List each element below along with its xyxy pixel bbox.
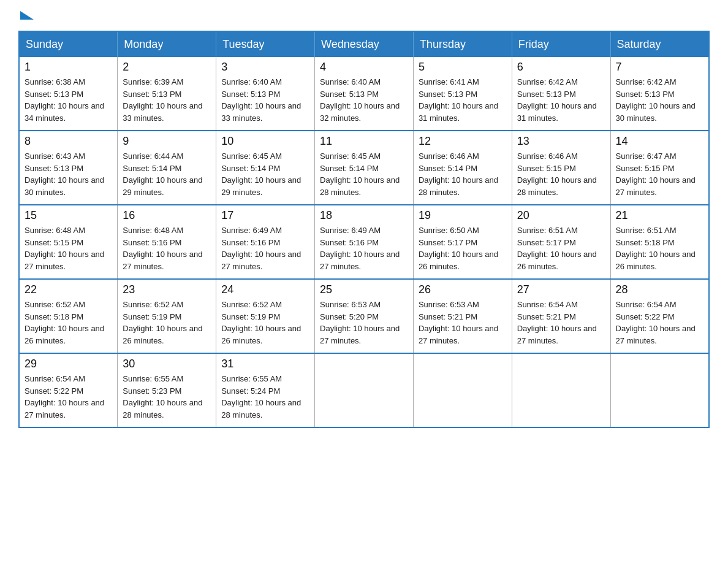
day-info: Sunrise: 6:42 AMSunset: 5:13 PMDaylight:… — [616, 76, 703, 124]
calendar-cell: 10Sunrise: 6:45 AMSunset: 5:14 PMDayligh… — [216, 131, 315, 205]
day-info: Sunrise: 6:52 AMSunset: 5:19 PMDaylight:… — [221, 299, 309, 347]
day-number: 10 — [221, 135, 309, 148]
day-info: Sunrise: 6:45 AMSunset: 5:14 PMDaylight:… — [320, 150, 408, 198]
day-number: 14 — [616, 135, 703, 148]
calendar-week-row: 22Sunrise: 6:52 AMSunset: 5:18 PMDayligh… — [19, 279, 709, 353]
calendar-header-sunday: Sunday — [19, 31, 118, 57]
calendar-header-row: SundayMondayTuesdayWednesdayThursdayFrid… — [19, 31, 709, 57]
logo — [18, 12, 34, 18]
calendar-table: SundayMondayTuesdayWednesdayThursdayFrid… — [18, 31, 710, 428]
day-number: 15 — [25, 209, 112, 222]
day-info: Sunrise: 6:47 AMSunset: 5:15 PMDaylight:… — [616, 150, 703, 198]
day-info: Sunrise: 6:48 AMSunset: 5:15 PMDaylight:… — [25, 224, 112, 272]
day-info: Sunrise: 6:54 AMSunset: 5:22 PMDaylight:… — [616, 299, 703, 347]
day-number: 5 — [419, 61, 507, 74]
day-number: 30 — [123, 358, 211, 370]
day-info: Sunrise: 6:55 AMSunset: 5:23 PMDaylight:… — [123, 373, 211, 421]
logo-triangle-icon — [20, 11, 34, 20]
day-number: 9 — [123, 135, 211, 148]
day-info: Sunrise: 6:49 AMSunset: 5:16 PMDaylight:… — [221, 224, 309, 272]
day-info: Sunrise: 6:53 AMSunset: 5:20 PMDaylight:… — [320, 299, 408, 347]
day-number: 22 — [25, 283, 112, 296]
day-info: Sunrise: 6:52 AMSunset: 5:19 PMDaylight:… — [123, 299, 211, 347]
day-number: 31 — [221, 358, 309, 370]
calendar-cell: 25Sunrise: 6:53 AMSunset: 5:20 PMDayligh… — [315, 279, 414, 353]
day-number: 21 — [616, 209, 703, 222]
day-number: 7 — [616, 61, 703, 74]
calendar-cell: 12Sunrise: 6:46 AMSunset: 5:14 PMDayligh… — [413, 131, 512, 205]
day-number: 16 — [123, 209, 211, 222]
calendar-cell: 23Sunrise: 6:52 AMSunset: 5:19 PMDayligh… — [118, 279, 216, 353]
calendar-cell: 6Sunrise: 6:42 AMSunset: 5:13 PMDaylight… — [512, 57, 610, 131]
day-number: 27 — [517, 283, 605, 296]
day-info: Sunrise: 6:43 AMSunset: 5:13 PMDaylight:… — [25, 150, 112, 198]
day-info: Sunrise: 6:51 AMSunset: 5:18 PMDaylight:… — [616, 224, 703, 272]
calendar-header-monday: Monday — [118, 31, 216, 57]
day-info: Sunrise: 6:41 AMSunset: 5:13 PMDaylight:… — [419, 76, 507, 124]
day-number: 3 — [221, 61, 309, 74]
day-info: Sunrise: 6:55 AMSunset: 5:24 PMDaylight:… — [221, 373, 309, 421]
day-info: Sunrise: 6:42 AMSunset: 5:13 PMDaylight:… — [517, 76, 605, 124]
day-number: 17 — [221, 209, 309, 222]
day-number: 1 — [25, 61, 112, 74]
calendar-cell — [315, 353, 414, 427]
day-number: 12 — [419, 135, 507, 148]
day-number: 19 — [419, 209, 507, 222]
calendar-cell: 13Sunrise: 6:46 AMSunset: 5:15 PMDayligh… — [512, 131, 610, 205]
calendar-cell: 4Sunrise: 6:40 AMSunset: 5:13 PMDaylight… — [315, 57, 414, 131]
calendar-cell: 15Sunrise: 6:48 AMSunset: 5:15 PMDayligh… — [19, 205, 118, 279]
day-number: 11 — [320, 135, 408, 148]
calendar-week-row: 8Sunrise: 6:43 AMSunset: 5:13 PMDaylight… — [19, 131, 709, 205]
calendar-header-wednesday: Wednesday — [315, 31, 414, 57]
day-number: 6 — [517, 61, 605, 74]
calendar-cell: 24Sunrise: 6:52 AMSunset: 5:19 PMDayligh… — [216, 279, 315, 353]
calendar-cell: 28Sunrise: 6:54 AMSunset: 5:22 PMDayligh… — [610, 279, 709, 353]
calendar-header-tuesday: Tuesday — [216, 31, 315, 57]
day-info: Sunrise: 6:40 AMSunset: 5:13 PMDaylight:… — [221, 76, 309, 124]
calendar-cell: 21Sunrise: 6:51 AMSunset: 5:18 PMDayligh… — [610, 205, 709, 279]
calendar-cell: 8Sunrise: 6:43 AMSunset: 5:13 PMDaylight… — [19, 131, 118, 205]
day-number: 13 — [517, 135, 605, 148]
day-number: 8 — [25, 135, 112, 148]
calendar-cell: 20Sunrise: 6:51 AMSunset: 5:17 PMDayligh… — [512, 205, 610, 279]
day-info: Sunrise: 6:45 AMSunset: 5:14 PMDaylight:… — [221, 150, 309, 198]
calendar-cell — [610, 353, 709, 427]
calendar-cell: 30Sunrise: 6:55 AMSunset: 5:23 PMDayligh… — [118, 353, 216, 427]
calendar-cell: 26Sunrise: 6:53 AMSunset: 5:21 PMDayligh… — [413, 279, 512, 353]
calendar-week-row: 1Sunrise: 6:38 AMSunset: 5:13 PMDaylight… — [19, 57, 709, 131]
day-number: 26 — [419, 283, 507, 296]
day-info: Sunrise: 6:49 AMSunset: 5:16 PMDaylight:… — [320, 224, 408, 272]
calendar-cell: 11Sunrise: 6:45 AMSunset: 5:14 PMDayligh… — [315, 131, 414, 205]
page-header — [18, 12, 710, 18]
calendar-week-row: 29Sunrise: 6:54 AMSunset: 5:22 PMDayligh… — [19, 353, 709, 427]
calendar-week-row: 15Sunrise: 6:48 AMSunset: 5:15 PMDayligh… — [19, 205, 709, 279]
calendar-cell — [512, 353, 610, 427]
calendar-cell: 9Sunrise: 6:44 AMSunset: 5:14 PMDaylight… — [118, 131, 216, 205]
calendar-cell: 5Sunrise: 6:41 AMSunset: 5:13 PMDaylight… — [413, 57, 512, 131]
calendar-cell: 19Sunrise: 6:50 AMSunset: 5:17 PMDayligh… — [413, 205, 512, 279]
calendar-header-friday: Friday — [512, 31, 610, 57]
day-info: Sunrise: 6:38 AMSunset: 5:13 PMDaylight:… — [25, 76, 112, 124]
calendar-cell: 17Sunrise: 6:49 AMSunset: 5:16 PMDayligh… — [216, 205, 315, 279]
calendar-cell — [413, 353, 512, 427]
calendar-header-thursday: Thursday — [413, 31, 512, 57]
calendar-cell: 14Sunrise: 6:47 AMSunset: 5:15 PMDayligh… — [610, 131, 709, 205]
day-number: 20 — [517, 209, 605, 222]
calendar-cell: 22Sunrise: 6:52 AMSunset: 5:18 PMDayligh… — [19, 279, 118, 353]
calendar-cell: 3Sunrise: 6:40 AMSunset: 5:13 PMDaylight… — [216, 57, 315, 131]
calendar-header-saturday: Saturday — [610, 31, 709, 57]
day-number: 18 — [320, 209, 408, 222]
calendar-cell: 7Sunrise: 6:42 AMSunset: 5:13 PMDaylight… — [610, 57, 709, 131]
day-info: Sunrise: 6:53 AMSunset: 5:21 PMDaylight:… — [419, 299, 507, 347]
day-number: 25 — [320, 283, 408, 296]
calendar-cell: 31Sunrise: 6:55 AMSunset: 5:24 PMDayligh… — [216, 353, 315, 427]
day-info: Sunrise: 6:44 AMSunset: 5:14 PMDaylight:… — [123, 150, 211, 198]
day-info: Sunrise: 6:54 AMSunset: 5:21 PMDaylight:… — [517, 299, 605, 347]
day-number: 4 — [320, 61, 408, 74]
day-number: 24 — [221, 283, 309, 296]
day-info: Sunrise: 6:54 AMSunset: 5:22 PMDaylight:… — [25, 373, 112, 421]
calendar-cell: 16Sunrise: 6:48 AMSunset: 5:16 PMDayligh… — [118, 205, 216, 279]
day-info: Sunrise: 6:46 AMSunset: 5:14 PMDaylight:… — [419, 150, 507, 198]
day-info: Sunrise: 6:52 AMSunset: 5:18 PMDaylight:… — [25, 299, 112, 347]
calendar-cell: 29Sunrise: 6:54 AMSunset: 5:22 PMDayligh… — [19, 353, 118, 427]
